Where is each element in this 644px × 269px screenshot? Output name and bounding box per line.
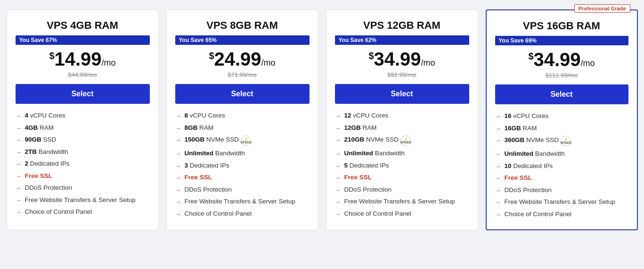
arrow-icon: → [16,160,22,168]
feature-item: →DDoS Protection [335,185,469,194]
feature-text: 10 Dedicated IPs [505,162,553,170]
card-title: VPS 4GB RAM [16,19,150,32]
arrow-icon: → [175,150,181,158]
feature-text: 8 vCPU Cores [185,111,225,120]
save-badge: You Save 67% [16,35,150,45]
feature-text: DDoS Protection [505,186,552,194]
feature-item: →DDoS Protection [16,184,150,193]
arrow-icon: → [175,210,181,219]
feature-text: Unlimited Bandwidth [185,149,245,158]
select-button[interactable]: Select [495,84,628,104]
feature-text: 4GB RAM [25,124,54,132]
select-button[interactable]: Select [175,84,310,104]
feature-item: →360GB NVMe SSD⚡SPEED [495,136,628,146]
arrow-icon: → [175,136,181,144]
card-title: VPS 8GB RAM [175,19,310,32]
feature-item: →Free Website Transfers & Server Setup [175,197,310,206]
feature-item: →Choice of Control Panel [495,210,628,219]
feature-text: Free SSL [185,173,212,182]
nvme-badge: ⚡SPEED [241,135,251,146]
feature-item: →16GB RAM [495,124,628,133]
price-main: $14.99/mo [49,49,115,69]
card-vps-4gb: VPS 4GB RAMYou Save 67% $14.99/mo $44.99… [7,9,159,230]
features-list: →16 vCPU Cores →16GB RAM →360GB NVMe SSD… [495,112,628,222]
feature-text: Unlimited Bandwidth [505,150,565,158]
price-main: $34.99/mo [368,49,435,69]
arrow-icon: → [335,136,341,144]
feature-item: →3 Dedicated IPs [175,161,310,170]
arrow-icon: → [495,198,501,207]
pricing-grid: VPS 4GB RAMYou Save 67% $14.99/mo $44.99… [7,9,638,230]
arrow-icon: → [175,174,181,182]
feature-text: Choice of Control Panel [25,208,92,216]
price-original: $111.99/mo [495,72,628,79]
arrow-icon: → [16,136,22,144]
arrow-icon: → [335,150,341,158]
arrow-icon: → [495,162,501,171]
feature-text: Free SSL [344,173,372,182]
feature-item: →210GB NVMe SSD⚡SPEED [335,135,469,146]
arrow-icon: → [495,136,501,145]
feature-text: 4 vCPU Cores [25,111,65,120]
feature-text: 150GB NVMe SSD [185,135,239,144]
feature-text: 16 vCPU Cores [505,112,549,120]
price-block: $24.99/mo [175,49,310,69]
feature-text: 16GB RAM [505,124,537,133]
arrow-icon: → [16,208,22,217]
feature-item: →Free SSL [175,173,310,182]
feature-item: →90GB SSD [16,135,150,144]
arrow-icon: → [335,162,341,170]
select-button[interactable]: Select [335,84,469,104]
feature-text: DDoS Protection [344,185,392,194]
arrow-icon: → [16,196,22,205]
feature-text: Free Website Transfers & Server Setup [25,196,136,204]
feature-item: →10 Dedicated IPs [495,162,628,171]
features-list: →4 vCPU Cores →4GB RAM →90GB SSD →2TB Ba… [16,111,150,220]
feature-item: →Free Website Transfers & Server Setup [335,197,469,206]
feature-text: Choice of Control Panel [344,210,412,218]
feature-item: →Free SSL [495,174,628,183]
feature-text: 5 Dedicated IPs [344,161,389,170]
price-original: $44.99/mo [16,71,150,78]
feature-item: →2 Dedicated IPs [16,160,150,168]
feature-text: Free Website Transfers & Server Setup [344,197,455,206]
select-button[interactable]: Select [16,84,150,104]
arrow-icon: → [16,184,22,193]
arrow-icon: → [175,112,181,120]
feature-item: →Unlimited Bandwidth [175,149,310,158]
price-original: $71.99/mo [175,71,310,78]
feature-text: 2 Dedicated IPs [25,160,70,168]
arrow-icon: → [175,162,181,170]
arrow-icon: → [495,150,501,159]
feature-item: →DDoS Protection [175,185,310,194]
arrow-icon: → [16,172,22,181]
feature-text: Free Website Transfers & Server Setup [185,197,295,206]
feature-item: →Unlimited Bandwidth [335,149,469,158]
save-badge: You Save 62% [335,35,469,45]
arrow-icon: → [495,174,501,183]
price-main: $34.99/mo [528,49,595,70]
feature-text: DDoS Protection [25,184,73,192]
arrow-icon: → [335,124,341,133]
price-block: $14.99/mo [16,49,150,69]
feature-text: 2TB Bandwidth [25,148,68,156]
arrow-icon: → [16,112,22,120]
feature-text: Free SSL [25,172,53,180]
feature-item: →Unlimited Bandwidth [495,150,628,159]
arrow-icon: → [16,124,22,133]
feature-item: →12 vCPU Cores [335,111,469,120]
feature-text: Choice of Control Panel [185,210,252,218]
feature-item: →8GB RAM [175,124,310,133]
arrow-icon: → [175,198,181,206]
arrow-icon: → [495,125,501,133]
feature-text: 12GB RAM [344,124,377,132]
save-badge: You Save 69% [495,36,628,45]
feature-text: Unlimited Bandwidth [344,149,405,158]
arrow-icon: → [335,186,341,194]
feature-item: →Free Website Transfers & Server Setup [16,196,150,205]
feature-item: →150GB NVMe SSD⚡SPEED [175,135,310,146]
feature-item: →4 vCPU Cores [16,111,150,120]
arrow-icon: → [175,124,181,133]
card-title: VPS 16GB RAM [495,20,628,32]
arrow-icon: → [335,174,341,182]
